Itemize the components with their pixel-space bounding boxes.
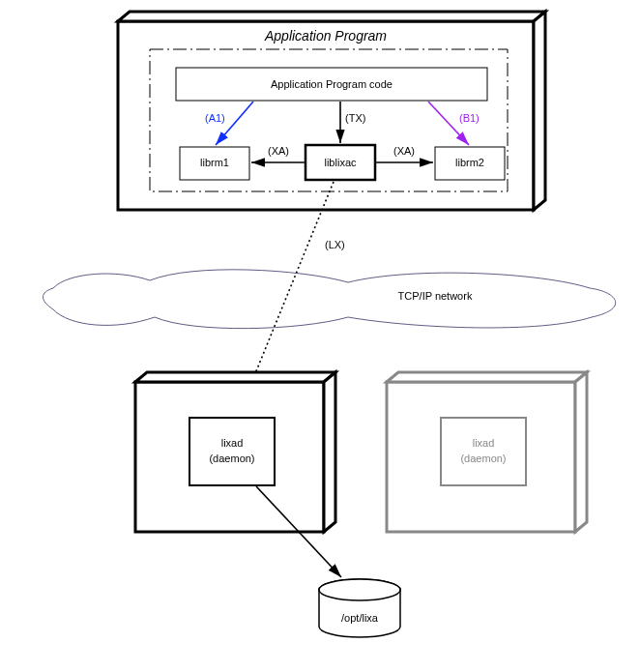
librm2-label: librm2 <box>455 157 484 168</box>
svg-point-16 <box>319 579 400 600</box>
librm2-box: librm2 <box>435 147 505 180</box>
librm1-box: librm1 <box>180 147 249 180</box>
opt-lixa-label: /opt/lixa <box>341 612 379 624</box>
xa-left-label: (XA) <box>268 145 289 157</box>
svg-marker-8 <box>135 372 335 382</box>
lx-label: (LX) <box>325 239 345 250</box>
svg-rect-10 <box>189 418 275 485</box>
liblixac-label: liblixac <box>324 157 357 168</box>
lixad-box-1: lixad (daemon) <box>189 418 275 485</box>
svg-marker-2 <box>534 12 545 210</box>
app-title: Application Program <box>264 28 387 44</box>
tx-label: (TX) <box>345 112 365 124</box>
app-code-box: Application Program code <box>176 68 487 101</box>
svg-marker-9 <box>324 372 335 532</box>
a1-label: (A1) <box>205 112 225 124</box>
liblixac-box: liblixac <box>305 145 375 180</box>
opt-lixa-cylinder: /opt/lixa <box>319 579 400 637</box>
xa-right-label: (XA) <box>393 145 415 157</box>
svg-marker-13 <box>575 372 587 532</box>
lixad2-line2: (daemon) <box>460 453 506 464</box>
lixad1-line2: (daemon) <box>209 453 254 464</box>
lixad-box-2: lixad (daemon) <box>441 418 526 485</box>
b1-label: (B1) <box>459 112 480 124</box>
librm1-label: librm1 <box>200 157 229 168</box>
app-code-label: Application Program code <box>271 78 393 90</box>
svg-marker-1 <box>118 12 545 21</box>
svg-marker-12 <box>387 372 587 382</box>
network-cloud: TCP/IP network <box>43 270 615 329</box>
lixad2-line1: lixad <box>473 437 495 449</box>
lixad1-line1: lixad <box>221 437 244 449</box>
svg-rect-14 <box>441 418 526 485</box>
network-label: TCP/IP network <box>398 290 473 302</box>
